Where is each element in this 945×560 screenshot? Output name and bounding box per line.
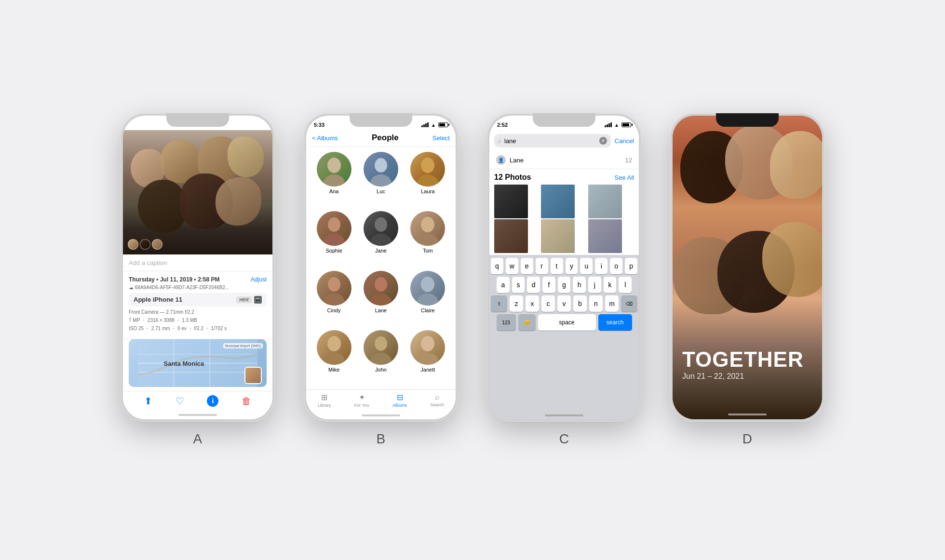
share-icon[interactable]: ⬆	[144, 395, 152, 407]
camera-label: Front Camera — 2.71mm f/2.2	[129, 309, 194, 315]
photo-thumb-5[interactable]	[541, 219, 575, 253]
exif-row-2: ISO 25 • 2.71 mm • 0 ev • f/2.2 • 1/702 …	[129, 326, 267, 331]
key-t[interactable]: t	[551, 258, 563, 274]
key-p[interactable]: p	[625, 258, 637, 274]
key-g[interactable]: g	[558, 277, 571, 293]
key-emoji[interactable]: 😊	[518, 314, 536, 331]
svg-point-27	[370, 353, 392, 365]
suggestion-row[interactable]: 👤 Lane 12	[489, 151, 639, 169]
key-d[interactable]: d	[527, 277, 540, 293]
key-shift[interactable]: ⇧	[491, 295, 507, 312]
search-input[interactable]: lane	[504, 137, 596, 145]
person-name-tom: Tom	[423, 248, 433, 253]
photo-thumb-4[interactable]	[494, 219, 528, 253]
person-ana[interactable]: Ana	[312, 152, 356, 206]
person-laura[interactable]: Laura	[406, 152, 450, 206]
person-mike[interactable]: Mike	[312, 330, 356, 385]
key-search[interactable]: search	[598, 314, 632, 331]
key-k[interactable]: k	[604, 277, 617, 293]
person-janett[interactable]: Janett	[406, 330, 450, 385]
key-r[interactable]: r	[536, 258, 548, 274]
phone-b: 5:33 ▲	[304, 113, 458, 422]
adjust-button[interactable]: Adjust	[251, 276, 267, 283]
person-john[interactable]: John	[359, 330, 403, 385]
photo-date: Thursday • Jul 11, 2019 • 2:58 PM	[129, 276, 219, 283]
photo-thumb-6[interactable]	[588, 219, 622, 253]
back-albums-button[interactable]: < Albums	[312, 134, 338, 142]
people-grid: Ana Luc	[306, 147, 456, 389]
key-row-3: ⇧ z x c v b n m ⌫	[491, 295, 637, 312]
key-c[interactable]: c	[541, 295, 555, 312]
caption-placeholder: Add a caption	[129, 259, 167, 267]
wifi-c: ▲	[614, 122, 619, 128]
photo-thumb-1[interactable]	[494, 185, 528, 218]
info-icon[interactable]: i	[207, 395, 218, 407]
person-name-janett: Janett	[420, 367, 435, 373]
key-b[interactable]: b	[573, 295, 587, 312]
key-j[interactable]: j	[588, 277, 601, 293]
home-indicator-a	[123, 411, 272, 419]
person-name-laura: Laura	[421, 188, 434, 194]
tab-library[interactable]: ⊞ Library	[318, 393, 331, 408]
person-cindy[interactable]: Cindy	[312, 271, 356, 325]
key-s[interactable]: s	[512, 277, 525, 293]
tab-albums[interactable]: ⊟ Albums	[392, 393, 407, 408]
together-heading: TOGETHER	[682, 349, 812, 370]
key-e[interactable]: e	[521, 258, 533, 274]
time-b: 5:33	[314, 122, 324, 128]
phone-c-screen: 2:52 ◂ ▲	[489, 116, 639, 419]
avatar-janett	[410, 330, 445, 365]
map-area[interactable]: Santa Monica Municipal Airport (SMO)	[129, 339, 267, 387]
avatar-lane	[364, 271, 398, 306]
key-w[interactable]: w	[506, 258, 518, 274]
key-a[interactable]: a	[497, 277, 510, 293]
person-jane[interactable]: Jane	[359, 211, 403, 266]
person-claire[interactable]: Claire	[406, 271, 450, 325]
exif-size: 2316 × 3088	[148, 318, 175, 323]
key-u[interactable]: u	[580, 258, 593, 274]
key-n[interactable]: n	[589, 295, 603, 312]
heart-icon[interactable]: ♡	[176, 395, 184, 407]
suggestion-name: Lane	[510, 157, 524, 164]
key-x[interactable]: x	[526, 295, 539, 312]
time-c: 2:52	[497, 122, 508, 128]
key-123[interactable]: 123	[497, 314, 516, 331]
person-lane[interactable]: Lane	[359, 271, 403, 325]
key-delete[interactable]: ⌫	[621, 295, 637, 312]
person-sophie[interactable]: Sophie	[312, 211, 356, 266]
trash-icon[interactable]: 🗑	[242, 396, 251, 407]
key-z[interactable]: z	[510, 295, 523, 312]
key-row-4: 123 😊 space search	[491, 314, 637, 331]
search-clear-button[interactable]: ✕	[599, 137, 607, 145]
device-name: Apple iPhone 11	[134, 296, 182, 303]
fullscreen-photo: TOGETHER Jun 21 – 22, 2021	[673, 116, 822, 419]
caption-area[interactable]: Add a caption	[123, 254, 272, 271]
person-luc[interactable]: Luc	[359, 152, 403, 206]
key-l[interactable]: l	[619, 277, 632, 293]
phone-c-wrapper: 2:52 ◂ ▲	[487, 113, 641, 447]
notch-a	[166, 113, 229, 127]
key-v[interactable]: v	[557, 295, 571, 312]
see-all-button[interactable]: See All	[615, 174, 634, 181]
tab-search[interactable]: ⌕ Search	[430, 393, 444, 408]
person-tom[interactable]: Tom	[406, 211, 450, 266]
tab-for-you[interactable]: ✦ For You	[354, 393, 369, 408]
key-space[interactable]: space	[538, 314, 596, 331]
select-button[interactable]: Select	[432, 134, 450, 142]
exif-f: f/2.2	[194, 326, 203, 331]
photo-thumb-2[interactable]	[541, 185, 575, 218]
photo-area-a[interactable]	[123, 130, 272, 254]
key-h[interactable]: h	[573, 277, 586, 293]
photo-thumb-3[interactable]	[588, 185, 622, 218]
photos-count-title: 12 Photos	[494, 173, 531, 182]
key-o[interactable]: o	[610, 258, 622, 274]
key-q[interactable]: q	[491, 258, 503, 274]
svg-point-13	[324, 234, 345, 246]
key-m[interactable]: m	[605, 295, 619, 312]
search-input-box[interactable]: ⌕ lane ✕	[494, 134, 611, 147]
avatar-luc	[364, 152, 398, 187]
key-y[interactable]: y	[566, 258, 578, 274]
cancel-button[interactable]: Cancel	[615, 137, 634, 145]
key-i[interactable]: i	[595, 258, 608, 274]
key-f[interactable]: f	[542, 277, 555, 293]
